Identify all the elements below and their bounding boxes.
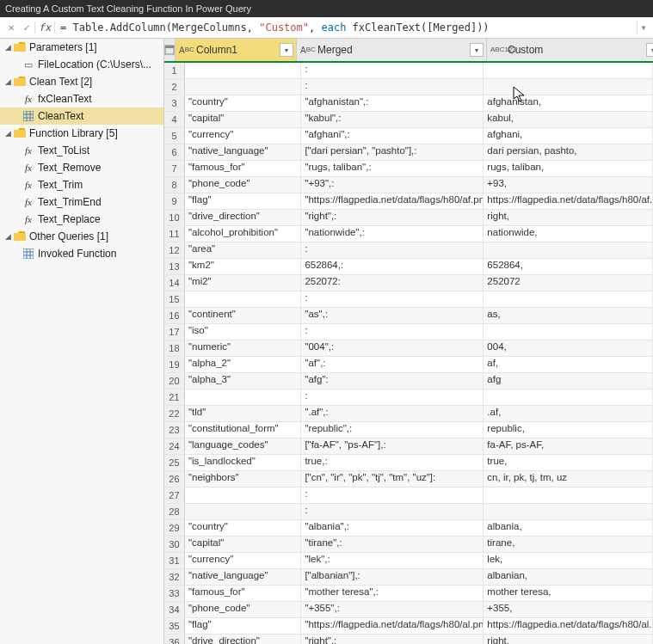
cell[interactable]: "continent" [185, 308, 301, 323]
cell[interactable]: albanian, [484, 569, 653, 585]
cell[interactable]: "phone_code" [185, 602, 301, 617]
cell[interactable]: "neighbors" [185, 471, 301, 487]
row-number[interactable]: 26 [164, 471, 185, 487]
table-row[interactable]: 28: [164, 504, 653, 520]
row-number[interactable]: 12 [164, 242, 185, 258]
cell[interactable]: lek, [484, 553, 653, 568]
cell[interactable]: 652864,: [301, 259, 484, 274]
cell[interactable]: : [301, 63, 484, 78]
cell[interactable]: 252072: [301, 275, 484, 291]
cell[interactable] [484, 389, 653, 405]
cell[interactable]: afghani, [484, 128, 653, 144]
cell[interactable]: https://flagpedia.net/data/flags/h80/al.… [484, 618, 653, 634]
cell[interactable]: "afg": [301, 373, 484, 389]
query-item[interactable]: fxText_ToList [0, 142, 163, 159]
row-number[interactable]: 2 [164, 79, 185, 95]
cell[interactable]: "alpha_3" [185, 373, 301, 389]
query-group[interactable]: ◢Function Library [5] [0, 125, 163, 142]
row-number[interactable]: 30 [164, 537, 185, 552]
query-group[interactable]: ◢Clean Text [2] [0, 73, 163, 90]
row-number[interactable]: 20 [164, 373, 185, 389]
cell[interactable]: "constitutional_form" [185, 422, 301, 438]
cell[interactable]: "af",: [301, 357, 484, 372]
column-header[interactable]: ABCColumn1▾ [176, 39, 297, 61]
row-number[interactable]: 15 [164, 291, 185, 307]
row-number[interactable]: 14 [164, 275, 185, 291]
table-row[interactable]: 16"continent""as",:as, [164, 308, 653, 324]
cell[interactable] [484, 488, 653, 503]
cell[interactable]: "nationwide",: [301, 226, 484, 242]
cell[interactable]: tirane, [484, 537, 653, 552]
row-number[interactable]: 10 [164, 210, 185, 225]
row-number[interactable]: 19 [164, 357, 185, 372]
cell[interactable]: "mi2" [185, 275, 301, 291]
cell[interactable] [484, 63, 653, 78]
cell[interactable]: "flag" [185, 193, 301, 209]
row-number[interactable]: 9 [164, 193, 185, 209]
query-item[interactable]: Invoked Function [0, 245, 163, 262]
query-item[interactable]: fxText_Trim [0, 176, 163, 193]
table-row[interactable]: 12"area": [164, 242, 653, 259]
cell[interactable]: "currency" [185, 553, 301, 568]
table-row[interactable]: 29"country""albania",:albania, [164, 520, 653, 537]
cell[interactable]: "alcohol_prohibition" [185, 226, 301, 242]
cell[interactable]: : [301, 504, 484, 519]
query-group[interactable]: ◢Other Queries [1] [0, 228, 163, 245]
cell[interactable]: mother teresa, [484, 586, 653, 601]
cell[interactable] [484, 291, 653, 307]
cell[interactable]: : [301, 242, 484, 258]
row-number[interactable]: 24 [164, 439, 185, 454]
table-row[interactable]: 23"constitutional_form""republic",:repub… [164, 422, 653, 439]
cell[interactable] [484, 79, 653, 95]
table-row[interactable]: 3"country""afghanistan",:afghanistan, [164, 95, 653, 112]
cell[interactable]: https://flagpedia.net/data/flags/h80/af.… [484, 193, 653, 209]
cell[interactable] [185, 504, 301, 519]
cell[interactable]: ["fa-AF", "ps-AF"],: [301, 439, 484, 454]
cell[interactable] [484, 242, 653, 258]
table-row[interactable]: 5"currency""afghani",:afghani, [164, 128, 653, 144]
cell[interactable]: nationwide, [484, 226, 653, 242]
row-number[interactable]: 33 [164, 586, 185, 601]
cell[interactable]: "language_codes" [185, 439, 301, 454]
row-number[interactable]: 17 [164, 324, 185, 340]
select-all-corner[interactable] [164, 39, 176, 61]
cell[interactable]: "country" [185, 520, 301, 536]
row-number[interactable]: 3 [164, 95, 185, 111]
cell[interactable]: "https://flagpedia.net/data/flags/h80/al… [301, 618, 484, 634]
cell[interactable]: "numeric" [185, 340, 301, 356]
cell[interactable]: ["albanian"],: [301, 569, 484, 585]
cell[interactable]: "right",: [301, 210, 484, 225]
row-number[interactable]: 35 [164, 618, 185, 634]
row-number[interactable]: 18 [164, 340, 185, 356]
cell[interactable]: true, [484, 455, 653, 470]
filter-dropdown-icon[interactable]: ▾ [470, 43, 484, 57]
table-row[interactable]: 2: [164, 79, 653, 95]
table-row[interactable]: 18 "numeric""004",:004, [164, 340, 653, 357]
table-row[interactable]: 14 "mi2"252072:252072 [164, 275, 653, 291]
cell[interactable]: : [301, 291, 484, 307]
row-number[interactable]: 31 [164, 553, 185, 568]
table-row[interactable]: 4"capital""kabul",:kabul, [164, 112, 653, 128]
query-item[interactable]: fxText_TrimEnd [0, 193, 163, 211]
cell[interactable]: : [301, 79, 484, 95]
table-row[interactable]: 33"famous_for""mother teresa",:mother te… [164, 586, 653, 602]
cell[interactable]: "capital" [185, 112, 301, 127]
cell[interactable]: "afghani",: [301, 128, 484, 144]
row-number[interactable]: 4 [164, 112, 185, 127]
commit-formula-icon[interactable]: ✓ [19, 21, 34, 34]
query-item[interactable]: ▭FileLocation (C:\Users\... [0, 56, 163, 73]
table-row[interactable]: 35"flag""https://flagpedia.net/data/flag… [164, 618, 653, 635]
cell[interactable]: "afghanistan",: [301, 95, 484, 111]
query-group[interactable]: ◢Parameters [1] [0, 39, 163, 56]
table-row[interactable]: 21: [164, 389, 653, 406]
cell[interactable]: "phone_code" [185, 177, 301, 193]
row-number[interactable]: 32 [164, 569, 185, 585]
row-number[interactable]: 6 [164, 144, 185, 160]
cell[interactable]: "rugs, taliban",: [301, 161, 484, 176]
cell[interactable] [484, 324, 653, 340]
cell[interactable]: "+93",: [301, 177, 484, 193]
cell[interactable]: "capital" [185, 537, 301, 552]
cell[interactable]: : [301, 389, 484, 405]
cell[interactable]: "alpha_2" [185, 357, 301, 372]
cell[interactable]: cn, ir, pk, tj, tm, uz [484, 471, 653, 487]
